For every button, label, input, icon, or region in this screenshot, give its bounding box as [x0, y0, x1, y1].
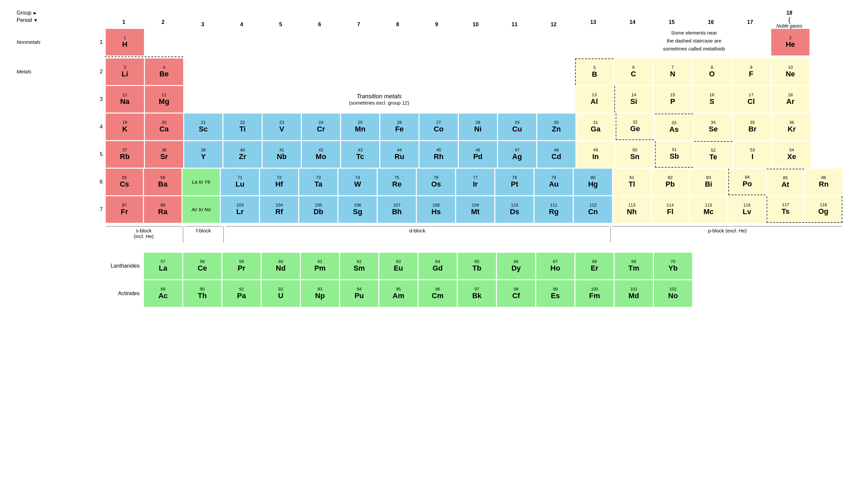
element-Os: 76Os	[417, 169, 455, 195]
element-Ts: 117Ts	[767, 196, 804, 223]
block-labels: s-block(incl. He) f-block d-block p-bloc…	[17, 226, 842, 243]
period-3-label: 3	[100, 96, 105, 102]
d-block-label: d-block	[225, 226, 609, 233]
element-Tl: 81Tl	[613, 169, 650, 195]
col-header-5: 5	[262, 21, 300, 28]
element-Mn: 25Mn	[341, 113, 379, 140]
element-Pa: 91Pa	[222, 280, 261, 307]
element-Rn: 86Rn	[805, 169, 842, 195]
period-7-label: 7	[100, 206, 105, 212]
empty-p1-g14: Some elements near the dashed staircase …	[614, 29, 652, 56]
element-Sr: 38Sr	[145, 141, 183, 168]
element-Fr: 87Fr	[106, 196, 143, 223]
noble-gases-brace: {	[788, 17, 790, 23]
element-Mt: 109Mt	[456, 196, 494, 223]
element-Am: 95Am	[379, 280, 418, 307]
element-Te: 52Te	[694, 141, 732, 168]
group-label: Group	[17, 10, 31, 16]
dp-separator	[611, 226, 611, 243]
element-Yb: 70Yb	[654, 253, 692, 279]
element-Se: 34Se	[694, 113, 732, 140]
transition-metals-sub: (sometimes excl. group 12)	[349, 100, 409, 106]
periodic-table: Group ► Period ▼ 1 2 3 4 5 6 7 8 9 1	[7, 6, 852, 311]
element-Ag: 47Ag	[498, 141, 536, 168]
period-6-label: 6	[100, 179, 105, 185]
element-Cn: 112Cn	[574, 196, 612, 223]
element-Lv: 116Lv	[728, 196, 766, 223]
element-Lr: 103Lr	[221, 196, 259, 223]
period-3-row: 3 11 Na 12 Mg Transition metals (sometim…	[17, 86, 842, 113]
main-table: Nonmetals 1 1 H Some elements near the d…	[17, 29, 842, 223]
element-Mc: 115Mc	[690, 196, 727, 223]
element-Ge: 32Ge	[616, 113, 654, 140]
period-6-transition: 71Lu 72Hf 73Ta 74W 75Re 76Os 77Ir 78Pt 7…	[221, 169, 612, 195]
nonmetals-metals-divider	[105, 57, 842, 58]
element-Ta: 73Ta	[299, 169, 337, 195]
element-H: 1 H	[106, 29, 144, 56]
element-Pr: 59Pr	[222, 253, 261, 279]
empty-p1-g13	[575, 29, 613, 56]
element-Fe: 26Fe	[380, 113, 419, 140]
element-B: 5 B	[575, 59, 613, 85]
element-U: 92U	[262, 280, 300, 307]
period-6-row: 6 55Cs 56Ba La to Yb 71Lu 72Hf 73Ta 74W …	[17, 169, 842, 195]
element-Cm: 96Cm	[419, 280, 457, 307]
element-Zr: 40Zr	[223, 141, 262, 168]
element-Og: 118Og	[805, 196, 842, 223]
col-header-8: 8	[379, 21, 417, 28]
lanthanides-row: Lanthanides 57La 58Ce 59Pr 60Nd 61Pm 62S…	[17, 253, 842, 279]
period-7-transition: 103Lr 104Rf 105Db 106Sg 107Bh 108Hs 109M…	[221, 196, 612, 223]
element-Db: 105Db	[299, 196, 337, 223]
element-Bi: 83Bi	[690, 169, 727, 195]
element-Ir: 77Ir	[456, 169, 494, 195]
element-Sn: 50Sn	[616, 141, 654, 168]
element-Eu: 63Eu	[379, 253, 418, 279]
col-header-12: 12	[534, 21, 573, 28]
col-header-4: 4	[222, 21, 261, 28]
element-Hf: 72Hf	[260, 169, 298, 195]
period-5-transition: 39Y 40Zr 41Nb 42Mo 43Tc 44Ru 45Rh 46Pd 4…	[184, 141, 575, 168]
la-to-yb-label: La to Yb	[182, 169, 220, 195]
element-Pd: 46Pd	[459, 141, 497, 168]
element-Nd: 60Nd	[262, 253, 300, 279]
lanthanides-label: Lanthanides	[17, 253, 143, 279]
empty-p2-g3-12	[184, 59, 574, 85]
element-He: 2 He	[771, 29, 810, 56]
period-7-row: 7 87Fr 88Ra Ac to No 103Lr 104Rf 105Db 1…	[17, 196, 842, 223]
element-Ac: 89Ac	[144, 280, 182, 307]
element-F: 9 F	[732, 59, 770, 85]
col-header-3: 3	[183, 21, 222, 28]
element-Fl: 114Fl	[651, 196, 689, 223]
col-header-14: 14	[613, 10, 651, 27]
period-label: Period	[17, 17, 32, 23]
element-At: 85At	[767, 169, 804, 195]
element-Es: 99Es	[536, 280, 574, 307]
noble-gases-label: Noble gases	[777, 23, 802, 29]
col-header-10: 10	[456, 21, 495, 28]
col-header-9: 9	[418, 21, 456, 28]
element-Hs: 108Hs	[417, 196, 455, 223]
period-2-row: Metals 2 3 Li 4 Be 5 B 6 C	[17, 59, 842, 85]
element-Pu: 94Pu	[340, 280, 378, 307]
element-Nh: 113Nh	[613, 196, 650, 223]
element-Rb: 37Rb	[106, 141, 144, 168]
actinides-row: Actinides 89Ac 90Th 91Pa 92U 93Np 94Pu 9…	[17, 280, 842, 307]
element-Pm: 61Pm	[301, 253, 339, 279]
element-Mo: 42Mo	[302, 141, 340, 168]
element-O: 8 O	[693, 59, 731, 85]
element-Si: 14 Si	[614, 86, 652, 113]
element-Ho: 67Ho	[536, 253, 574, 279]
element-Sb: 51Sb	[655, 141, 693, 168]
element-As: 33As	[655, 113, 693, 140]
element-I: 53I	[733, 141, 772, 168]
element-Na: 11 Na	[106, 86, 144, 113]
element-Md: 101Md	[615, 280, 653, 307]
element-Tc: 43Tc	[341, 141, 379, 168]
nonmetals-label: Nonmetals	[17, 39, 41, 45]
empty-p1-g3-12	[184, 29, 574, 56]
element-Cf: 98Cf	[497, 280, 535, 307]
element-Ne: 10 Ne	[771, 59, 810, 85]
element-Ra: 88Ra	[144, 196, 181, 223]
col-header-11: 11	[496, 21, 534, 28]
element-Re: 75Re	[378, 169, 416, 195]
